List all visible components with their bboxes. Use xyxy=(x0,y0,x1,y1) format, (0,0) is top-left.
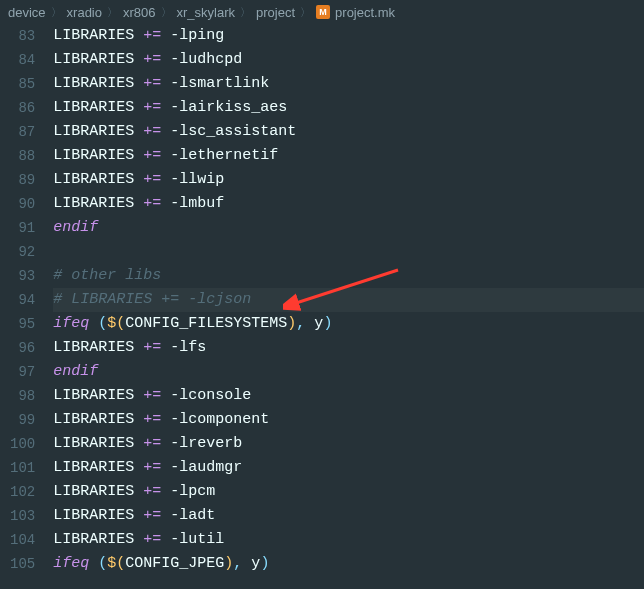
code-line[interactable]: endif xyxy=(53,216,644,240)
line-number: 88 xyxy=(10,144,35,168)
code-line[interactable]: LIBRARIES += -llwip xyxy=(53,168,644,192)
breadcrumb[interactable]: device 〉 xradio 〉 xr806 〉 xr_skylark 〉 p… xyxy=(0,0,644,24)
breadcrumb-file[interactable]: project.mk xyxy=(335,5,395,20)
line-number: 94 xyxy=(10,288,35,312)
makefile-icon: M xyxy=(316,5,330,19)
code-line[interactable]: LIBRARIES += -lfs xyxy=(53,336,644,360)
line-number: 105 xyxy=(10,552,35,576)
line-number: 83 xyxy=(10,24,35,48)
line-number: 90 xyxy=(10,192,35,216)
code-line[interactable]: # LIBRARIES += -lcjson xyxy=(53,288,644,312)
code-line[interactable]: # other libs xyxy=(53,264,644,288)
line-number: 86 xyxy=(10,96,35,120)
breadcrumb-item[interactable]: device xyxy=(8,5,46,20)
chevron-right-icon: 〉 xyxy=(107,5,118,20)
line-number: 104 xyxy=(10,528,35,552)
line-number: 101 xyxy=(10,456,35,480)
code-line[interactable]: LIBRARIES += -lsmartlink xyxy=(53,72,644,96)
chevron-right-icon: 〉 xyxy=(240,5,251,20)
code-line[interactable]: LIBRARIES += -lutil xyxy=(53,528,644,552)
code-line[interactable]: LIBRARIES += -lpcm xyxy=(53,480,644,504)
line-number: 103 xyxy=(10,504,35,528)
line-number: 96 xyxy=(10,336,35,360)
code-line[interactable]: LIBRARIES += -ludhcpd xyxy=(53,48,644,72)
line-number: 89 xyxy=(10,168,35,192)
code-line[interactable]: endif xyxy=(53,360,644,384)
chevron-right-icon: 〉 xyxy=(161,5,172,20)
line-number: 100 xyxy=(10,432,35,456)
line-number-gutter: 8384858687888990919293949596979899100101… xyxy=(0,24,53,589)
code-line[interactable]: LIBRARIES += -lreverb xyxy=(53,432,644,456)
chevron-right-icon: 〉 xyxy=(51,5,62,20)
line-number: 99 xyxy=(10,408,35,432)
chevron-right-icon: 〉 xyxy=(300,5,311,20)
breadcrumb-item[interactable]: xr_skylark xyxy=(177,5,236,20)
line-number: 93 xyxy=(10,264,35,288)
code-line[interactable]: LIBRARIES += -lairkiss_aes xyxy=(53,96,644,120)
breadcrumb-item[interactable]: project xyxy=(256,5,295,20)
code-line[interactable]: LIBRARIES += -lsc_assistant xyxy=(53,120,644,144)
line-number: 85 xyxy=(10,72,35,96)
line-number: 91 xyxy=(10,216,35,240)
line-number: 92 xyxy=(10,240,35,264)
code-line[interactable]: ifeq ($(CONFIG_JPEG), y) xyxy=(53,552,644,576)
code-editor[interactable]: 8384858687888990919293949596979899100101… xyxy=(0,24,644,589)
line-number: 97 xyxy=(10,360,35,384)
line-number: 98 xyxy=(10,384,35,408)
line-number: 102 xyxy=(10,480,35,504)
code-line[interactable]: LIBRARIES += -lconsole xyxy=(53,384,644,408)
line-number: 84 xyxy=(10,48,35,72)
breadcrumb-item[interactable]: xradio xyxy=(67,5,102,20)
code-line[interactable]: LIBRARIES += -lcomponent xyxy=(53,408,644,432)
code-line[interactable]: LIBRARIES += -laudmgr xyxy=(53,456,644,480)
code-line[interactable]: LIBRARIES += -lmbuf xyxy=(53,192,644,216)
line-number: 87 xyxy=(10,120,35,144)
code-line[interactable] xyxy=(53,240,644,264)
code-line[interactable]: LIBRARIES += -lethernetif xyxy=(53,144,644,168)
code-line[interactable]: ifeq ($(CONFIG_FILESYSTEMS), y) xyxy=(53,312,644,336)
line-number: 95 xyxy=(10,312,35,336)
breadcrumb-item[interactable]: xr806 xyxy=(123,5,156,20)
code-line[interactable]: LIBRARIES += -lping xyxy=(53,24,644,48)
code-area[interactable]: LIBRARIES += -lpingLIBRARIES += -ludhcpd… xyxy=(53,24,644,589)
code-line[interactable]: LIBRARIES += -ladt xyxy=(53,504,644,528)
